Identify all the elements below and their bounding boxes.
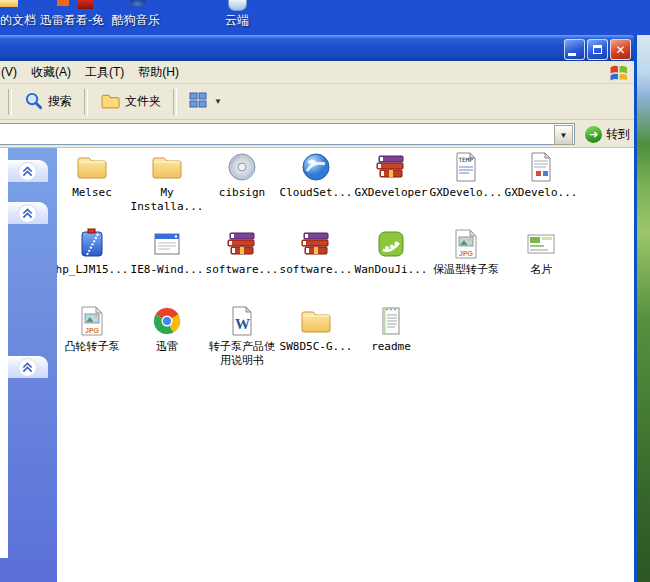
file-item[interactable]: WanDouJi... (353, 227, 429, 277)
file-item[interactable]: JPG凸轮转子泵 (57, 304, 130, 354)
desktop-icon-label[interactable]: 的文档 (0, 12, 36, 29)
file-name: hp_LJM15... (57, 263, 130, 277)
desktop-icon-label[interactable]: 迅雷看看-免 (40, 12, 104, 29)
winrar-icon (225, 227, 259, 261)
menu-bar: (V) 收藏(A) 工具(T) 帮助(H) (0, 61, 637, 84)
file-name: 转子泵产品使用说明书 (204, 340, 280, 368)
desktop-icon-label[interactable]: 云端 (225, 12, 249, 29)
menu-item-help[interactable]: 帮助(H) (131, 61, 186, 84)
address-input[interactable]: ▼ (0, 123, 575, 145)
my-documents-icon[interactable] (0, 0, 18, 7)
task-pane-edge (0, 148, 8, 558)
file-item[interactable]: SW8D5C-G... (278, 304, 354, 354)
go-button-label: 转到 (606, 126, 630, 143)
file-name: GXDeveloper (353, 186, 429, 200)
go-button[interactable]: ➜ 转到 (581, 123, 634, 145)
file-item[interactable]: readme (353, 304, 429, 354)
search-icon (24, 91, 43, 113)
file-name: GXDevelo... (503, 186, 579, 200)
close-button[interactable]: ✕ (610, 39, 631, 60)
temp-file-icon: TEMP (449, 150, 483, 184)
folder-icon (299, 304, 333, 338)
svg-text:JPG: JPG (85, 327, 100, 334)
wandoujia-icon (374, 227, 408, 261)
file-name: CloudSet... (278, 186, 354, 200)
toolbar-separator (8, 89, 12, 115)
collapse-chevron-button[interactable] (18, 358, 37, 377)
views-button[interactable]: ▼ (181, 88, 230, 115)
collapse-chevron-button[interactable] (18, 204, 37, 223)
file-item[interactable]: 名片 (503, 227, 579, 277)
file-item[interactable]: W转子泵产品使用说明书 (204, 304, 280, 368)
windows-logo-icon (609, 64, 629, 81)
menu-item-view[interactable]: (V) (0, 62, 24, 82)
cloud-app-icon[interactable] (228, 0, 247, 11)
text-icon (374, 304, 408, 338)
collapse-chevron-button[interactable] (18, 162, 37, 181)
jpg-icon: JPG (75, 304, 109, 338)
kugou-music-icon[interactable] (130, 0, 145, 8)
task-pane (0, 148, 57, 582)
address-dropdown-button[interactable]: ▼ (554, 125, 573, 145)
file-item[interactable]: My Installa... (129, 150, 205, 214)
xunlei-kankan-icon[interactable] (78, 0, 93, 9)
file-item[interactable]: 迅雷 (129, 304, 205, 354)
maximize-button[interactable] (587, 39, 608, 60)
file-name: 保温型转子泵 (428, 263, 504, 277)
file-item[interactable]: GXDevelo... (503, 150, 579, 200)
file-item[interactable]: hp_LJM15... (57, 227, 130, 277)
file-name: cibsign (204, 186, 280, 200)
zip-icon (75, 227, 109, 261)
file-name: readme (353, 340, 429, 354)
winrar-icon (374, 150, 408, 184)
minimize-button[interactable] (564, 39, 585, 60)
file-item[interactable]: CloudSet... (278, 150, 354, 200)
word-icon: W (225, 304, 259, 338)
toolbar-separator (173, 89, 177, 115)
menu-item-favorites[interactable]: 收藏(A) (24, 61, 78, 84)
title-bar[interactable]: ✕ (0, 35, 637, 61)
file-name: GXDevelo... (428, 186, 504, 200)
chevron-down-icon: ▼ (214, 97, 222, 106)
file-name: 名片 (503, 263, 579, 277)
folders-button[interactable]: 文件夹 (92, 88, 169, 116)
file-name: IE8-Wind... (129, 263, 205, 277)
file-name: 迅雷 (129, 340, 205, 354)
menu-item-tools[interactable]: 工具(T) (78, 61, 131, 84)
file-item[interactable]: IE8-Wind... (129, 227, 205, 277)
setup-file-icon (524, 150, 558, 184)
file-item[interactable]: cibsign (204, 150, 280, 200)
close-icon: ✕ (615, 44, 625, 56)
file-name: software... (204, 263, 280, 277)
window-body: MelsecMy Installa...cibsignCloudSet...GX… (0, 148, 637, 582)
toolbar-separator (84, 89, 88, 115)
xunlei-icon (150, 304, 184, 338)
file-item[interactable]: TEMPGXDevelo... (428, 150, 504, 200)
file-name: software... (278, 263, 354, 277)
file-item[interactable]: software... (204, 227, 280, 277)
toolbar: 搜索 文件夹 (0, 84, 637, 120)
cloud-setup-icon (299, 150, 333, 184)
svg-text:W: W (235, 316, 250, 332)
file-item[interactable]: Melsec (57, 150, 130, 200)
file-item[interactable]: JPG保温型转子泵 (428, 227, 504, 277)
file-item[interactable]: GXDeveloper (353, 150, 429, 200)
desktop-icon-label[interactable]: 酷狗音乐 (112, 12, 160, 29)
app-window-icon (150, 227, 184, 261)
go-arrow-icon: ➜ (585, 126, 602, 143)
search-button[interactable]: 搜索 (16, 87, 80, 117)
file-item[interactable]: software... (278, 227, 354, 277)
search-button-label: 搜索 (48, 93, 72, 110)
screen: 的文档 迅雷看看-免 酷狗音乐 云端 ✕ (V) 收藏(A) 工具(T) 帮助(… (0, 0, 650, 582)
xunlei-kankan-icon[interactable] (57, 0, 69, 6)
jpg-icon: JPG (449, 227, 483, 261)
window-border (634, 35, 637, 582)
address-bar-row: ▼ ➜ 转到 (0, 120, 637, 148)
cd-icon (225, 150, 259, 184)
svg-text:JPG: JPG (459, 250, 474, 257)
folders-icon (100, 92, 120, 112)
folder-icon (150, 150, 184, 184)
file-name: 凸轮转子泵 (57, 340, 130, 354)
file-list-area: MelsecMy Installa...cibsignCloudSet...GX… (57, 148, 634, 582)
image-icon (524, 227, 558, 261)
